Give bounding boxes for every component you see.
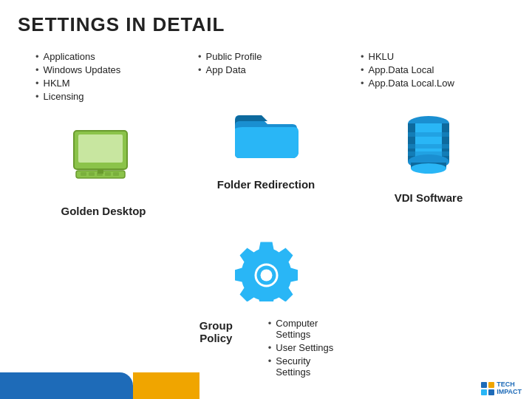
golden-desktop-column: Applications Windows Updates HKLM Licens… [30,51,177,217]
svg-point-22 [260,269,272,281]
bullet-applications: Applications [35,51,120,62]
footer [0,372,532,399]
svg-rect-11 [442,123,449,162]
bullet-licensing: Licensing [35,91,120,102]
logo-sq-4 [488,389,494,395]
bullet-windows-updates: Windows Updates [35,64,120,75]
svg-rect-14 [408,144,449,149]
svg-rect-6 [105,172,111,176]
bullet-public-profile: Public Profile [198,51,262,62]
logo-sq-3 [481,389,487,395]
golden-desktop-label: Golden Desktop [61,205,146,217]
svg-rect-13 [408,132,449,137]
svg-rect-3 [81,172,86,176]
monitor-icon [70,117,137,199]
group-policy-column: Group Policy Computer Settings User Sett… [185,225,347,380]
bullet-hklu: HKLU [361,51,454,62]
footer-orange-bar [133,372,200,399]
page-title: SETTINGS IN DETAIL [0,0,532,44]
svg-point-19 [411,163,446,174]
folder-redirection-column: Public Profile App Data Folder Redirecti… [192,51,340,191]
footer-logo: TECHIMPACT [481,381,522,396]
logo-squares [481,382,494,395]
bullet-computer-settings: Computer Settings [268,318,347,340]
folder-redirection-label: Folder Redirection [217,178,316,191]
svg-rect-10 [408,123,415,162]
folder-bullets: Public Profile App Data [192,51,262,78]
logo-text: TECHIMPACT [497,381,522,396]
svg-rect-1 [78,134,123,163]
logo-sq-2 [488,382,494,388]
footer-blue-bar [0,372,133,399]
group-policy-label: Group Policy [185,319,248,344]
group-policy-bullets: Computer Settings User Settings Security… [262,318,347,380]
bullet-appdata-locallow: App.Data Local.Low [361,78,454,89]
bullet-app-data: App Data [198,64,262,75]
database-icon [399,104,458,185]
gear-icon [235,229,298,310]
svg-rect-8 [98,169,103,174]
bullet-user-settings: User Settings [268,342,347,353]
golden-desktop-bullets: Applications Windows Updates HKLM Licens… [30,51,120,104]
svg-rect-4 [89,172,95,176]
svg-rect-7 [113,172,119,176]
vdi-software-column: HKLU App.Data Local App.Data Local.Low [355,51,502,204]
vdi-software-label: VDI Software [395,191,463,204]
bullet-hklm: HKLM [35,78,120,89]
bullet-appdata-local: App.Data Local [361,64,454,75]
folder-icon [229,91,303,172]
vdi-bullets: HKLU App.Data Local App.Data Local.Low [355,51,454,91]
bottom-row: Group Policy Computer Settings User Sett… [0,217,532,380]
logo-sq-1 [481,382,487,388]
main-content: Applications Windows Updates HKLM Licens… [0,44,532,217]
